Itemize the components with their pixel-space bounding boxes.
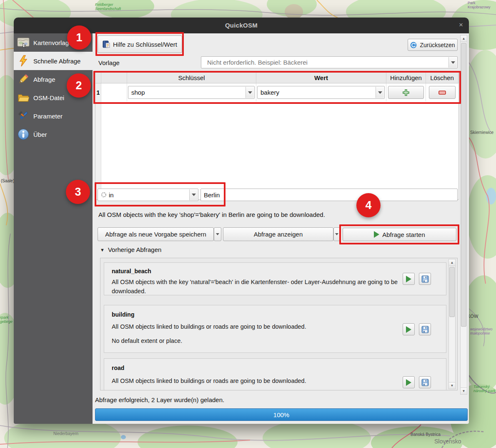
sidebar-item-parameter[interactable]: Parameter: [14, 107, 93, 125]
template-label: Vorlage: [98, 59, 120, 66]
sidebar-item-label: Über: [33, 131, 47, 138]
lightning-icon: [17, 55, 30, 67]
history-collapse-header[interactable]: ▼ Vorherige Abfragen: [100, 246, 161, 253]
annotation-box-extent: [95, 182, 225, 206]
progress-bar: 100%: [95, 408, 468, 421]
scrollbar-thumb[interactable]: [461, 43, 466, 327]
map-label: Park Krajobrazowy: [468, 1, 496, 10]
dialog-scrollbar[interactable]: ▲ ▼: [460, 35, 467, 395]
run-history-button[interactable]: [403, 323, 415, 335]
chevron-down-icon: [335, 233, 338, 235]
annotation-badge-1: 1: [67, 25, 91, 50]
map-label: Slovensko: [434, 438, 461, 445]
save-icon: [421, 379, 429, 386]
map-icon: [17, 36, 30, 49]
history-title: Vorherige Abfragen: [108, 246, 161, 253]
history-item-description: All OSM objects with the key 'natural'='…: [112, 277, 403, 295]
play-icon: [406, 326, 411, 333]
annotation-box-help: [95, 32, 184, 56]
history-item-name: natural_beach: [112, 268, 446, 274]
map-label: Banská Bystrica: [411, 432, 441, 437]
history-item-name: road: [112, 365, 446, 371]
scroll-down-icon[interactable]: ▼: [449, 382, 455, 389]
reset-button[interactable]: Zurücksetzen: [408, 39, 458, 51]
history-item-note: No default extent or place.: [112, 336, 403, 345]
history-item-actions: [403, 273, 431, 285]
show-query-button[interactable]: Abfrage anzeigen: [223, 227, 333, 241]
folder-icon: [17, 91, 30, 104]
scroll-up-icon[interactable]: ▲: [461, 35, 467, 42]
chevron-down-icon: [216, 233, 219, 235]
collapse-triangle-icon: ▼: [100, 247, 105, 252]
pencil-icon: [17, 73, 30, 86]
sidebar-item-schnelle-abfrage[interactable]: Schnelle Abfrage: [14, 52, 93, 70]
play-icon: [406, 276, 411, 282]
sidebar-item-label: Parameter: [33, 113, 63, 120]
template-combobox[interactable]: [201, 56, 458, 68]
annotation-badge-2: 2: [67, 73, 91, 98]
progress-label: 100%: [273, 411, 289, 418]
map-label: Niederbayern: [53, 431, 78, 436]
save-preset-button[interactable]: Abfrage als neue Vorgabe speichern: [98, 227, 214, 241]
history-list: natural_beach All OSM objects with the k…: [100, 258, 458, 390]
tools-icon: [17, 110, 30, 122]
history-item-building[interactable]: building All OSM objects linked to build…: [104, 305, 446, 353]
sidebar-item-ueber[interactable]: Über: [14, 125, 93, 143]
save-icon: [421, 275, 429, 283]
sidebar-item-label: Abfrage: [33, 76, 55, 83]
save-preset-label: Abfrage als neue Vorgabe speichern: [105, 231, 206, 238]
save-icon: [421, 326, 429, 333]
scroll-down-icon[interactable]: ▼: [461, 388, 467, 394]
annotation-box-run: [339, 224, 459, 244]
history-item-name: building: [112, 311, 446, 318]
run-history-button[interactable]: [403, 376, 415, 388]
save-history-button[interactable]: [419, 273, 431, 285]
save-history-button[interactable]: [419, 323, 431, 335]
template-input[interactable]: [204, 57, 438, 68]
annotation-badge-4: 4: [356, 193, 381, 217]
map-label: Feldberger Seenlandschaft: [95, 3, 124, 11]
save-preset-menu-button[interactable]: [214, 227, 221, 241]
place-input[interactable]: [200, 189, 458, 201]
history-item-natural-beach[interactable]: natural_beach All OSM objects with the k…: [104, 262, 446, 295]
scrollbar-thumb[interactable]: [449, 267, 455, 317]
show-query-label: Abfrage anzeigen: [254, 231, 303, 238]
chevron-down-icon[interactable]: [448, 57, 457, 68]
run-history-button[interactable]: [403, 273, 415, 285]
sidebar-item-label: Schnelle Abfrage: [33, 58, 80, 65]
map-label: Tatranský národný park: [473, 385, 496, 393]
map-label: Skierniewice: [470, 130, 493, 135]
history-item-description: All OSM objects linked to buildings or r…: [112, 322, 403, 331]
sidebar-item-label: OSM-Datei: [33, 94, 64, 101]
annotation-box-table: [93, 71, 461, 104]
history-item-actions: [403, 376, 431, 388]
scroll-up-icon[interactable]: ▲: [449, 259, 455, 266]
close-icon[interactable]: ×: [459, 21, 463, 29]
history-item-description: All OSM objects linked to buildings or r…: [112, 376, 403, 385]
reset-icon: [410, 42, 417, 48]
map-label: (Saale): [1, 179, 14, 184]
screen: Feldberger Seenlandschaft Park Krajobraz…: [0, 0, 496, 448]
save-history-button[interactable]: [419, 376, 431, 388]
history-item-road[interactable]: road All OSM objects linked to buildings…: [104, 358, 446, 390]
history-scrollbar[interactable]: ▲ ▼: [448, 259, 456, 389]
map-label: województwo małopolskie: [470, 327, 496, 336]
play-icon: [406, 379, 411, 386]
info-icon: [17, 128, 30, 141]
annotation-badge-3: 3: [66, 180, 90, 204]
reset-button-label: Zurücksetzen: [420, 42, 455, 48]
query-summary: All OSM objects with the key 'shop'='bak…: [98, 211, 325, 218]
history-item-actions: [403, 323, 431, 335]
status-message: Abfrage erfolgreich, 2 Layer wurde(n) ge…: [95, 396, 224, 403]
